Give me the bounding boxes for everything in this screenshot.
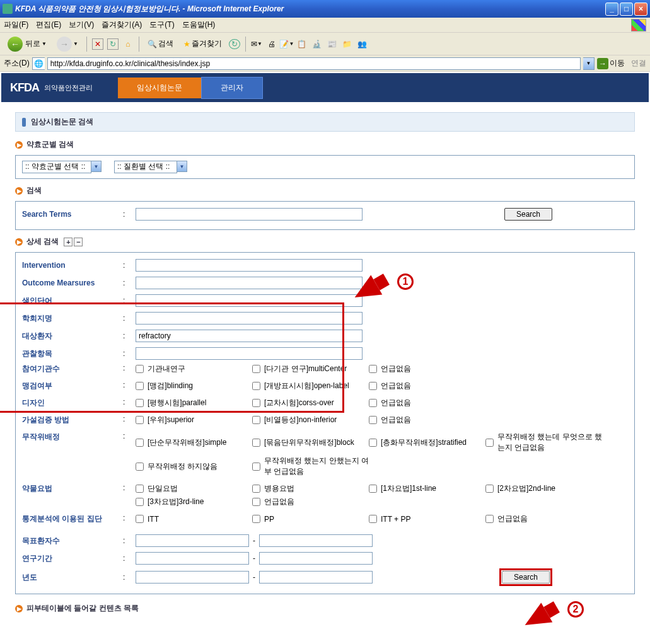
msn-button[interactable]: 👥: [356, 38, 369, 50]
input-year-from[interactable]: [136, 571, 249, 584]
sub-search-label: 검색: [26, 185, 42, 196]
windows-logo-icon: [631, 19, 646, 32]
go-button[interactable]: → 이동: [597, 58, 625, 69]
input-search-terms[interactable]: [136, 208, 363, 221]
star-icon: ★: [183, 40, 190, 49]
chk-rand-a[interactable]: [단순무작위배정]simple: [136, 432, 252, 453]
chk-stats-d[interactable]: 언급없음: [485, 514, 602, 524]
label-drug: 약물요법: [22, 483, 123, 494]
chk-design-b[interactable]: [교차시험]corss-over: [252, 398, 369, 408]
chk-design-c[interactable]: 언급없음: [369, 398, 485, 408]
minimize-button[interactable]: _: [605, 3, 618, 16]
sub-detail-label: 상세 검색: [26, 236, 59, 247]
window-titlebar: KFDA 식품의약품 안전청 임상시험정보방입니다. - Microsoft I…: [0, 0, 650, 18]
select-efficacy[interactable]: :: 약효군별 선택 ::: [22, 161, 91, 173]
chk-drug-f[interactable]: 언급없음: [252, 497, 369, 507]
maximize-button[interactable]: □: [620, 3, 633, 16]
back-button[interactable]: ← 뒤로 ▼: [4, 35, 50, 53]
label-stats: 통계분석에 이용된 집단: [22, 514, 123, 524]
menu-tools[interactable]: 도구(T): [149, 20, 174, 30]
chk-blind-b[interactable]: [개방표시시험]open-label: [252, 381, 369, 391]
search-button[interactable]: 🔍 검색: [144, 37, 177, 50]
sub-bottom-label: 피부테이블에 들어갈 컨텐츠 목록: [26, 603, 139, 614]
research-button[interactable]: 🔬: [311, 38, 323, 50]
chk-drug-e[interactable]: [3차요법]3rd-line: [136, 497, 252, 507]
chk-rand-e[interactable]: 무작위배정 하지않음: [136, 456, 252, 477]
select-disease[interactable]: :: 질환별 선택 ::: [114, 161, 177, 173]
input-intervention[interactable]: [136, 259, 363, 272]
links-label[interactable]: 연결: [631, 58, 646, 69]
home-button[interactable]: ⌂: [122, 38, 134, 50]
chk-drug-c[interactable]: [1차요법]1st-line: [369, 483, 485, 494]
go-label: 이동: [610, 58, 625, 69]
address-input[interactable]: [47, 57, 581, 70]
search-button-top[interactable]: Search: [504, 208, 552, 221]
chevron-down-icon[interactable]: ▼: [177, 161, 187, 172]
chevron-down-icon[interactable]: ▼: [91, 161, 102, 172]
chk-inst-a[interactable]: 기관내연구: [136, 364, 252, 374]
edit-button[interactable]: 📝▼: [281, 38, 293, 50]
menu-file[interactable]: 파일(F): [4, 20, 28, 30]
print-button[interactable]: 🖨: [265, 38, 278, 50]
label-year: 년도: [22, 572, 123, 583]
input-observation[interactable]: [136, 347, 363, 360]
label-outcome: Outcome Mearsures: [22, 279, 123, 287]
label-patient: 대상환자: [22, 331, 123, 342]
input-keyword[interactable]: [136, 294, 363, 307]
sub-search: ▶ 검색: [15, 185, 635, 196]
forward-arrow-icon: →: [57, 37, 72, 52]
chk-drug-d[interactable]: [2차요법]2nd-line: [485, 483, 602, 494]
mail-button[interactable]: ✉▼: [250, 38, 263, 50]
discuss-button[interactable]: 📋: [296, 38, 308, 50]
content-area: KFDA 의약품안전관리 임상시험논문 관리자 임상시험논문 검색 ▶ 약효군별…: [0, 72, 650, 644]
chk-stats-c[interactable]: ITT + PP: [369, 514, 485, 524]
label-observation: 관찰항목: [22, 348, 123, 359]
input-target-to[interactable]: [259, 534, 373, 547]
input-journal[interactable]: [136, 312, 363, 325]
input-year-to[interactable]: [259, 571, 373, 584]
collapse-button[interactable]: −: [74, 238, 83, 246]
chk-blind-a[interactable]: [맹검]blinding: [136, 381, 252, 391]
address-dropdown[interactable]: ▼: [583, 57, 595, 70]
chk-design-a[interactable]: [평행시험]parallel: [136, 398, 252, 408]
menu-favorites[interactable]: 즐겨찾기(A): [102, 20, 142, 30]
chk-rand-c[interactable]: [층화무작위배정]stratified: [369, 432, 485, 453]
input-outcome[interactable]: [136, 277, 363, 289]
chk-drug-a[interactable]: 단일요법: [136, 483, 252, 494]
forward-button[interactable]: → ▼: [53, 35, 82, 53]
label-design: 디자인: [22, 398, 123, 408]
menu-edit[interactable]: 편집(E): [36, 20, 61, 30]
folder-button[interactable]: 📁: [341, 38, 354, 50]
input-period-from[interactable]: [136, 552, 249, 565]
stop-button[interactable]: ✕: [91, 38, 104, 50]
tab-admin[interactable]: 관리자: [201, 77, 263, 99]
chk-hyp-b[interactable]: [비열등성]non-inferior: [252, 415, 369, 425]
label-institutions: 참여기관수: [22, 364, 123, 374]
chk-inst-c[interactable]: 언급없음: [369, 364, 485, 374]
tab-clinical[interactable]: 임상시험논문: [118, 78, 201, 98]
input-period-to[interactable]: [259, 552, 373, 565]
chk-hyp-c[interactable]: 언급없음: [369, 415, 485, 425]
feed-button[interactable]: 📰: [326, 38, 339, 50]
history-button[interactable]: ↻: [228, 38, 241, 50]
chk-blind-c[interactable]: 언급없음: [369, 381, 485, 391]
chk-inst-b[interactable]: [다기관 연구]multiCenter: [252, 364, 369, 374]
chk-stats-a[interactable]: ITT: [136, 514, 252, 524]
input-target-from[interactable]: [136, 534, 249, 547]
detail-box: Intervention: Outcome Mearsures: 색인단어: 학…: [15, 252, 635, 594]
chk-drug-b[interactable]: 병용요법: [252, 483, 369, 494]
chk-hyp-a[interactable]: [우위]superior: [136, 415, 252, 425]
chk-rand-d[interactable]: 무작위배정 했는데 무엇으로 했는지 언급없음: [485, 432, 602, 453]
menu-view[interactable]: 보기(V): [69, 20, 94, 30]
chk-stats-b[interactable]: PP: [252, 514, 369, 524]
search-button-bottom[interactable]: Search: [502, 571, 550, 584]
chk-rand-f[interactable]: 무작위배정 했는지 안했는지 여부 언급없음: [252, 456, 369, 477]
chk-rand-b[interactable]: [묶음단위무작위배정]block: [252, 432, 369, 453]
close-button[interactable]: ×: [634, 3, 647, 16]
favorites-button[interactable]: ★ 즐겨찾기: [180, 37, 226, 50]
label-intervention: Intervention: [22, 261, 123, 270]
expand-button[interactable]: +: [64, 238, 73, 246]
menu-help[interactable]: 도움말(H): [182, 20, 216, 30]
input-patient[interactable]: [136, 330, 363, 342]
refresh-button[interactable]: ↻: [107, 38, 119, 50]
